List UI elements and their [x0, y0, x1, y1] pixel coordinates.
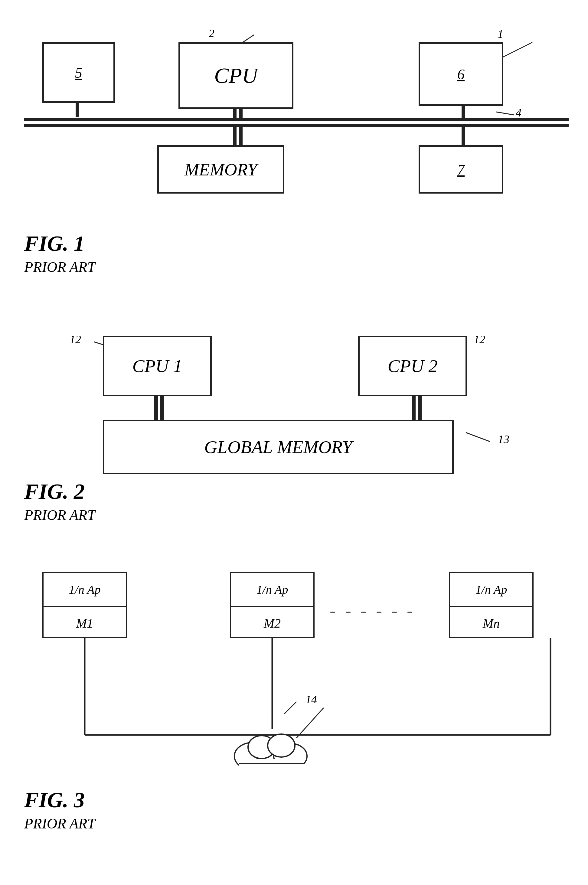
cpu-box: CPU	[178, 42, 293, 109]
stem-memory2	[239, 127, 243, 145]
ref-13: 13	[498, 432, 509, 446]
svg-line-6	[466, 432, 490, 442]
ref-12a: 12	[70, 333, 81, 346]
svg-line-3	[496, 112, 514, 115]
ref-14: 14	[306, 693, 317, 706]
node7-box: 7	[418, 145, 503, 194]
stem-node5	[76, 102, 79, 117]
fig2-subtitle: PRIOR ART	[24, 507, 95, 523]
cpu1-box: CPU 1	[103, 336, 212, 396]
svg-point-14	[256, 740, 289, 766]
fig2-stem-cpu2a	[418, 396, 422, 420]
ref-4: 4	[516, 106, 522, 119]
node2-box: 1/n Ap M2	[230, 572, 315, 638]
page: 1 2 4 3 5 CPU 6	[0, 0, 588, 885]
ellipsis: - - - - - -	[330, 600, 415, 621]
noden-box: 1/n Ap Mn	[449, 572, 534, 638]
global-memory-label: GLOBAL MEMORY	[204, 437, 352, 458]
ref-12b: 12	[474, 333, 485, 346]
fig1-label-group: FIG. 1 PRIOR ART	[24, 231, 95, 275]
fig3-subtitle: PRIOR ART	[24, 815, 95, 832]
noden-bottom-label: Mn	[480, 614, 502, 633]
node1-top: 1/n Ap	[44, 573, 126, 606]
fig1-subtitle: PRIOR ART	[24, 259, 95, 275]
cpu-label: CPU	[214, 63, 258, 88]
bus-top-line1	[24, 118, 568, 121]
node1-box: 1/n Ap M1	[42, 572, 127, 638]
node1-bottom: M1	[44, 606, 126, 639]
fig2-diagram: 12 12 13 CPU 1 CPU 2 GLOBAL MEMORY FIG. …	[24, 306, 564, 529]
fig1-diagram: 1 2 4 3 5 CPU 6	[24, 18, 564, 281]
noden-bottom: Mn	[450, 606, 532, 639]
svg-line-12	[284, 702, 296, 714]
global-memory-box: GLOBAL MEMORY	[103, 420, 454, 474]
svg-line-20	[296, 708, 324, 738]
ref-1: 1	[498, 27, 503, 40]
svg-point-15	[274, 744, 307, 769]
fig1-title: FIG. 1	[24, 231, 95, 256]
fig3-title: FIG. 3	[24, 788, 95, 813]
fig3-label-group: FIG. 3 PRIOR ART	[24, 788, 95, 832]
node2-bottom-label: M2	[261, 614, 283, 633]
bus-top-line2	[24, 124, 568, 127]
memory-label: MEMORY	[184, 159, 257, 180]
stem-node7	[462, 127, 465, 145]
fig2-stem-cpu2b	[412, 396, 416, 420]
node6-label: 6	[458, 66, 465, 82]
noden-top: 1/n Ap	[450, 573, 532, 606]
fig2-stem-cpu1a	[154, 396, 158, 420]
cpu2-box: CPU 2	[358, 336, 467, 396]
node1-bottom-label: M1	[74, 614, 96, 633]
cpu2-label: CPU 2	[388, 356, 438, 376]
fig2-stem-cpu1b	[160, 396, 164, 420]
fig3-diagram: 1/n Ap M1 1/n Ap M2 - - - - - - 1/n Ap M…	[24, 554, 564, 832]
cpu1-label: CPU 1	[132, 356, 182, 376]
fig2-label-group: FIG. 2 PRIOR ART	[24, 479, 95, 523]
svg-point-13	[234, 742, 271, 770]
svg-rect-18	[239, 759, 304, 771]
node5-box: 5	[42, 42, 115, 103]
node2-top: 1/n Ap	[231, 573, 314, 606]
node2-bottom: M2	[231, 606, 314, 639]
svg-point-17	[268, 734, 295, 757]
node6-box: 6	[418, 42, 503, 106]
ref-2: 2	[209, 27, 214, 40]
node5-label: 5	[75, 64, 82, 81]
fig2-title: FIG. 2	[24, 479, 95, 504]
svg-point-16	[248, 736, 275, 759]
stem-memory1	[233, 127, 237, 145]
node7-label: 7	[458, 161, 465, 178]
memory-box: MEMORY	[157, 145, 284, 194]
